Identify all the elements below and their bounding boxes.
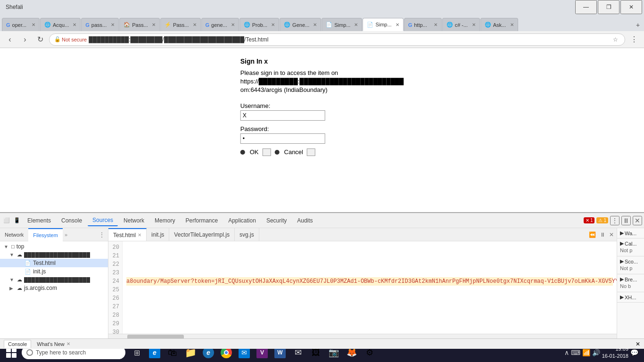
devtools-inspect-button[interactable]: ⬜: [2, 216, 11, 225]
new-tab-button[interactable]: +: [634, 21, 642, 29]
tray-arrow-icon[interactable]: ∧: [564, 349, 569, 356]
sources-tab-network[interactable]: Network: [0, 228, 28, 241]
devtools-tab-audits[interactable]: Audits: [292, 215, 317, 226]
tab-10-close[interactable]: ✕: [394, 22, 399, 27]
devtools-close-button[interactable]: ✕: [633, 216, 642, 225]
rp-xh-label: XH...: [625, 295, 636, 300]
tab-12[interactable]: 🌐 c# -... ✕: [442, 18, 480, 31]
devtools-tab-security[interactable]: Security: [262, 215, 291, 226]
notification-icon[interactable]: 💬: [630, 349, 638, 356]
cancel-button[interactable]: [307, 148, 315, 156]
sources-tab-filesystem[interactable]: Filesystem: [28, 228, 63, 241]
devtools-tab-application[interactable]: Application: [223, 215, 261, 226]
ok-button[interactable]: [263, 148, 271, 156]
close-window-button[interactable]: ✕: [620, 0, 642, 14]
code-content[interactable]: a8oundary/MapServer?token=jRI_CQUsuxytOH…: [123, 241, 617, 334]
tab-12-close[interactable]: ✕: [470, 22, 476, 27]
tab-10[interactable]: 📄 Simp... ✕: [363, 18, 403, 31]
volume-icon[interactable]: 🔊: [592, 349, 600, 356]
minimize-button[interactable]: —: [575, 0, 597, 14]
tab-11-close[interactable]: ✕: [432, 22, 438, 27]
rp-watch-arrow: ▶: [620, 230, 624, 236]
sources-file-tab-testhtml-close[interactable]: ✕: [138, 232, 141, 238]
rp-watch-title[interactable]: ▶ Wa...: [620, 230, 641, 236]
tab-11[interactable]: G http... ✕: [404, 18, 442, 31]
rp-xh-arrow: ▶: [620, 294, 624, 300]
bookmark-icon[interactable]: ☆: [611, 35, 620, 44]
sources-menu-button[interactable]: ⋮: [96, 231, 108, 239]
file-tree-item-host2[interactable]: ▼ ☁ ██████████████████: [0, 276, 108, 284]
sources-file-tab-svg[interactable]: svg.js: [235, 228, 259, 241]
maximize-button[interactable]: ❐: [598, 0, 619, 14]
forward-button[interactable]: ›: [19, 33, 31, 46]
devtools-tab-console[interactable]: Console: [57, 215, 87, 226]
rp-section-callstack: ▶ Cal... Not p: [617, 239, 644, 256]
code-line-20: [126, 243, 613, 252]
tab-2-close[interactable]: ✕: [71, 22, 76, 27]
devtools-mobile-button[interactable]: 📱: [12, 216, 22, 225]
sources-file-tab-initjs[interactable]: init.js: [147, 228, 169, 241]
bottom-whatsnew-close[interactable]: ✕: [66, 341, 70, 346]
rp-breakpoints-arrow: ▶: [620, 276, 624, 282]
tab-13[interactable]: 🌐 Ask... ✕: [480, 18, 518, 31]
file-tree-item-arcgis[interactable]: ▶ ☁ js.arcgis.com: [0, 284, 108, 292]
tab-actions: +: [634, 21, 642, 31]
tab-8[interactable]: 🌐 Gene... ✕: [280, 18, 321, 31]
sources-tab-more[interactable]: »: [63, 232, 69, 238]
sources-file-tab-vectortile[interactable]: VectorTileLayerImpl.js: [169, 228, 235, 241]
file-tree-item-top[interactable]: ▼ □ top: [0, 242, 108, 251]
tab-1[interactable]: G oper... ✕: [2, 18, 40, 31]
file-tree-item-initjs[interactable]: 📄 init.js: [0, 267, 108, 276]
tab-3[interactable]: G pass... ✕: [81, 18, 119, 31]
devtools-more-button[interactable]: ⋮: [610, 216, 619, 225]
rp-scope-title[interactable]: ▶ Sco...: [620, 258, 641, 264]
bottom-close-button[interactable]: ✕: [636, 341, 640, 347]
devtools-dock-button[interactable]: ⏸: [621, 216, 631, 225]
devtools-tab-performance[interactable]: Performance: [181, 215, 223, 226]
rp-breakpoints-label: Bre...: [625, 277, 637, 282]
tab-6-close[interactable]: ✕: [229, 22, 235, 27]
tab-8-close[interactable]: ✕: [311, 22, 317, 27]
file-tree-item-testhtml[interactable]: 📄 Test.html: [0, 259, 108, 267]
tab-7[interactable]: 🌐 Prob... ✕: [239, 18, 279, 31]
devtools-toolbar-right: ✕ 1 ⚠ 1 ⋮ ⏸ ✕: [584, 216, 642, 225]
cancel-radio: [275, 150, 280, 155]
tab-4[interactable]: 🏠 Pass... ✕: [119, 18, 160, 31]
tab-6[interactable]: G gene... ✕: [201, 18, 239, 31]
username-input[interactable]: [240, 110, 325, 121]
bottom-console-tab[interactable]: Console: [4, 340, 31, 348]
pause-icon[interactable]: ⏸: [599, 230, 606, 239]
tab-9-close[interactable]: ✕: [352, 22, 358, 27]
rp-callstack-title[interactable]: ▶ Cal...: [620, 240, 641, 247]
tab-5-close[interactable]: ✕: [191, 22, 197, 27]
devtools-tab-memory[interactable]: Memory: [150, 215, 180, 226]
password-input[interactable]: [240, 133, 325, 144]
devtools-tab-network[interactable]: Network: [119, 215, 149, 226]
code-area: 20 21 22 23 24 25 26 27 28 29 30 31 32: [108, 241, 617, 334]
tab-2[interactable]: 🌐 Acqu... ✕: [40, 18, 81, 31]
not-secure-indicator: 🔓 Not secure: [54, 36, 87, 42]
more-options-button[interactable]: ⋮: [628, 33, 640, 46]
network-icon[interactable]: 📶: [582, 349, 590, 356]
tab-3-close[interactable]: ✕: [109, 22, 115, 27]
tab-13-close[interactable]: ✕: [508, 22, 514, 27]
tab-1-close[interactable]: ✕: [30, 22, 35, 27]
format-icon[interactable]: ⏪: [588, 230, 597, 239]
file-tree-item-host[interactable]: ▼ ☁ ██████████████████: [0, 251, 108, 259]
sources-file-tab-testhtml[interactable]: Test.html ✕: [108, 228, 147, 241]
devtools-tab-elements[interactable]: Elements: [23, 215, 56, 226]
tab-9[interactable]: 📄 Simp... ✕: [322, 18, 362, 31]
keyboard-icon[interactable]: ⌨: [571, 349, 580, 356]
back-button[interactable]: ‹: [4, 33, 16, 46]
bottom-whatsnew-tab[interactable]: What's New ✕: [33, 340, 74, 348]
code-line-28: [126, 311, 613, 320]
close-sources-icon[interactable]: ✕: [608, 230, 615, 239]
tab-4-close[interactable]: ✕: [150, 22, 156, 27]
tab-5[interactable]: ⚡ Pass... ✕: [160, 18, 201, 31]
rp-breakpoints-title[interactable]: ▶ Bre...: [620, 276, 641, 282]
rp-xh-title[interactable]: ▶ XH...: [620, 294, 641, 300]
url-bar[interactable]: 🔓 Not secure ██████████:████████/███████…: [49, 33, 625, 46]
tab-7-close[interactable]: ✕: [269, 22, 275, 27]
devtools-tab-sources[interactable]: Sources: [88, 215, 118, 226]
reload-button[interactable]: ↻: [34, 33, 46, 46]
